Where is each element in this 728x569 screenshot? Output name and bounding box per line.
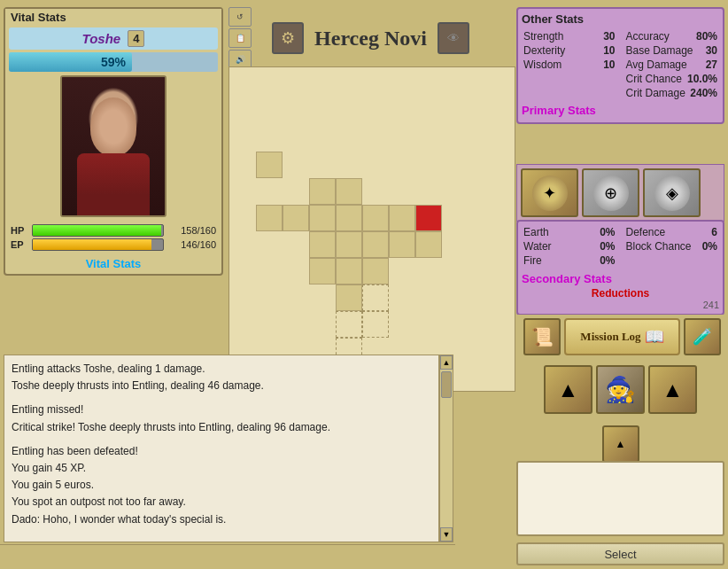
character-name-row: Toshe 4	[9, 27, 218, 50]
text-box-right	[516, 461, 724, 536]
toolbar-btn-1[interactable]: ↺	[228, 7, 252, 27]
character-avatar	[60, 75, 167, 217]
char-slot-1[interactable]: ▲	[544, 365, 592, 414]
stat-dexterity: Dexterity 10	[522, 43, 617, 58]
map-tile[interactable]	[309, 258, 336, 284]
stat-wisdom: Wisdom 10	[522, 58, 617, 72]
block-chance-label: Block Chance	[626, 240, 692, 253]
character-name: Toshe	[82, 31, 121, 46]
map-tile[interactable]	[362, 231, 389, 258]
map-tile[interactable]	[256, 205, 283, 231]
base-damage-label: Base Damage	[626, 44, 693, 57]
log-scrollbar[interactable]: ▲ ▼	[439, 355, 453, 542]
earth-value: 0%	[600, 226, 615, 238]
vital-stats-panel: Vital Stats Toshe 4 59% HP 158/160 EP 14…	[4, 7, 223, 276]
location-header: ⚙ Herceg Novi 👁	[266, 22, 476, 54]
map-tile[interactable]	[415, 231, 442, 258]
avatar-figure	[62, 77, 165, 215]
stat-crit-chance: Crit Chance 10.0%	[624, 72, 720, 86]
map-tile[interactable]	[389, 231, 415, 258]
stat-strength: Strength 30	[522, 29, 617, 43]
map-tile[interactable]	[336, 231, 362, 258]
ep-bar-fill	[33, 239, 151, 250]
char-slot-2[interactable]: 🧙	[596, 365, 645, 414]
toolbar-btn-2[interactable]: 📋	[228, 28, 252, 48]
map-tile-dotted[interactable]	[362, 284, 389, 311]
medallion-3[interactable]: ◈	[643, 168, 701, 217]
base-damage-value: 30	[706, 44, 717, 57]
hp-bar-section: HP 158/160 EP 146/160	[5, 221, 221, 254]
location-icon-right: 👁	[438, 22, 469, 54]
action-icon-scroll[interactable]: 📜	[523, 318, 561, 355]
accuracy-value: 80%	[696, 30, 717, 43]
log-line: Critical strike! Toshe deeply thrusts in…	[12, 419, 431, 436]
map-tile[interactable]	[362, 205, 389, 231]
map-tile[interactable]	[256, 152, 283, 178]
strength-value: 30	[603, 30, 615, 43]
scroll-down-arrow[interactable]: ▼	[440, 527, 453, 542]
log-line: Entling missed!	[12, 401, 431, 418]
crit-damage-label: Crit Damage	[626, 87, 685, 99]
dexterity-label: Dexterity	[523, 44, 565, 57]
block-chance-value: 0%	[702, 240, 717, 253]
defence-label: Defence	[626, 226, 666, 238]
stat-defence: Defence 6	[624, 225, 720, 239]
map-grid	[229, 67, 515, 391]
hp-bar-track	[32, 224, 164, 237]
secondary-stats-grid: Earth 0% Water 0% Fire 0% Defence 6 Bloc…	[522, 225, 719, 285]
map-tile[interactable]	[309, 178, 336, 205]
map-tile[interactable]	[336, 178, 362, 205]
other-stats-grid: Strength 30 Dexterity 10 Wisdom 10 Accur…	[522, 29, 719, 100]
mission-log-button[interactable]: Mission Log 📖	[564, 318, 680, 355]
hp-value: 158/160	[167, 225, 216, 236]
fire-label: Fire	[523, 254, 542, 267]
log-line: Entling attacks Toshe, dealing 1 damage.	[12, 361, 431, 378]
log-line: You gain 5 euros.	[12, 477, 431, 494]
accuracy-label: Accuracy	[626, 30, 670, 43]
other-stats-panel: Other Stats Strength 30 Dexterity 10 Wis…	[516, 7, 724, 124]
char-slot-3[interactable]: ▲	[648, 365, 697, 414]
ep-bar-track	[32, 238, 164, 251]
map-area[interactable]	[228, 66, 515, 392]
secondary-stats-left: Earth 0% Water 0% Fire 0%	[522, 225, 617, 268]
crit-chance-label: Crit Chance	[626, 73, 682, 85]
select-button[interactable]: Select	[516, 542, 724, 565]
log-spacer	[12, 394, 431, 401]
map-tile[interactable]	[336, 284, 362, 311]
medallion-2-inner: ⊕	[593, 175, 629, 211]
map-tile-dotted[interactable]	[362, 311, 389, 338]
secondary-stats-panel: Earth 0% Water 0% Fire 0% Defence 6 Bloc…	[516, 220, 724, 316]
map-tile[interactable]	[309, 205, 336, 231]
map-tile[interactable]	[362, 258, 389, 284]
char-slot-2-icon: 🧙	[605, 375, 636, 404]
scroll-thumb[interactable]	[441, 371, 452, 398]
other-stats-left: Strength 30 Dexterity 10 Wisdom 10	[522, 29, 617, 100]
map-tile[interactable]	[389, 205, 415, 231]
action-icon-bag[interactable]: 🧪	[684, 318, 721, 355]
stat-accuracy: Accuracy 80%	[624, 29, 720, 43]
map-tile-current[interactable]	[415, 205, 442, 231]
char-slot-small[interactable]: ▲	[602, 425, 639, 463]
secondary-stats-right: Defence 6 Block Chance 0%	[624, 225, 720, 268]
action-row: 6 📜 Mission Log 📖 🧪	[516, 315, 724, 359]
crit-chance-value: 10.0%	[687, 73, 717, 85]
scroll-up-arrow[interactable]: ▲	[440, 355, 453, 370]
map-tile-dotted[interactable]	[336, 311, 362, 338]
reductions-label: Reductions	[522, 287, 719, 300]
map-tile[interactable]	[336, 258, 362, 284]
map-tile[interactable]	[283, 205, 309, 231]
log-line: Toshe deeply thrusts into Entling, deali…	[12, 378, 431, 394]
map-tile[interactable]	[309, 231, 336, 258]
medallion-2[interactable]: ⊕	[582, 168, 639, 217]
char-slot-3-icon: ▲	[662, 378, 684, 402]
bottom-strip	[0, 544, 455, 569]
hp-bar-row: HP 158/160	[11, 224, 216, 237]
wisdom-label: Wisdom	[523, 58, 561, 71]
stat-base-damage: Base Damage 30	[624, 43, 720, 58]
medallion-1[interactable]: ✦	[521, 168, 578, 217]
mission-log-label: Mission Log	[580, 330, 640, 344]
map-tile[interactable]	[336, 205, 362, 231]
log-line: You spot an outpost not too far away.	[12, 494, 431, 511]
medallion-1-inner: ✦	[532, 175, 568, 211]
log-line: Dado: Hoho, I wonder what today's specia…	[12, 511, 431, 528]
